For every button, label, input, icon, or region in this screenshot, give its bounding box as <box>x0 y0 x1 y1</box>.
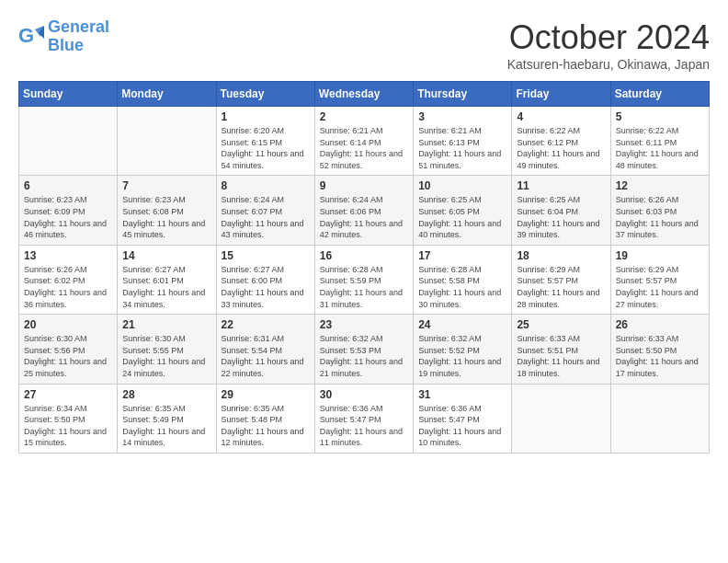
day-info: Sunrise: 6:31 AM Sunset: 5:54 PM Dayligh… <box>222 333 310 379</box>
day-info: Sunrise: 6:30 AM Sunset: 5:55 PM Dayligh… <box>122 333 210 379</box>
calendar-cell: 27Sunrise: 6:34 AM Sunset: 5:50 PM Dayli… <box>19 384 118 453</box>
day-number: 10 <box>418 179 506 192</box>
calendar-cell: 6Sunrise: 6:23 AM Sunset: 6:09 PM Daylig… <box>19 176 118 245</box>
day-info: Sunrise: 6:33 AM Sunset: 5:51 PM Dayligh… <box>517 333 605 379</box>
day-info: Sunrise: 6:29 AM Sunset: 5:57 PM Dayligh… <box>517 264 605 310</box>
day-info: Sunrise: 6:29 AM Sunset: 5:57 PM Dayligh… <box>616 264 704 310</box>
day-number: 29 <box>222 388 310 401</box>
calendar-cell <box>512 384 610 453</box>
location: Katsuren-haebaru, Okinawa, Japan <box>507 57 710 72</box>
day-number: 1 <box>222 110 310 123</box>
day-number: 11 <box>517 179 605 192</box>
day-number: 13 <box>24 249 112 262</box>
day-info: Sunrise: 6:25 AM Sunset: 6:05 PM Dayligh… <box>418 194 506 240</box>
title-block: October 2024 Katsuren-haebaru, Okinawa, … <box>507 18 710 72</box>
day-number: 31 <box>418 388 506 401</box>
calendar-cell: 21Sunrise: 6:30 AM Sunset: 5:55 PM Dayli… <box>118 315 216 384</box>
day-info: Sunrise: 6:28 AM Sunset: 5:58 PM Dayligh… <box>418 264 506 310</box>
day-info: Sunrise: 6:32 AM Sunset: 5:52 PM Dayligh… <box>418 333 506 379</box>
day-number: 12 <box>616 179 704 192</box>
day-info: Sunrise: 6:22 AM Sunset: 6:11 PM Dayligh… <box>616 125 704 171</box>
calendar-cell: 19Sunrise: 6:29 AM Sunset: 5:57 PM Dayli… <box>610 245 709 314</box>
day-number: 19 <box>616 249 704 262</box>
day-number: 15 <box>222 249 310 262</box>
day-number: 21 <box>122 318 210 331</box>
day-info: Sunrise: 6:32 AM Sunset: 5:53 PM Dayligh… <box>320 333 408 379</box>
calendar-cell: 18Sunrise: 6:29 AM Sunset: 5:57 PM Dayli… <box>512 245 610 314</box>
day-number: 20 <box>24 318 112 331</box>
calendar-cell: 22Sunrise: 6:31 AM Sunset: 5:54 PM Dayli… <box>216 315 314 384</box>
day-number: 23 <box>320 318 408 331</box>
calendar-cell <box>118 107 216 176</box>
week-row-5: 27Sunrise: 6:34 AM Sunset: 5:50 PM Dayli… <box>19 384 710 453</box>
calendar-cell: 12Sunrise: 6:26 AM Sunset: 6:03 PM Dayli… <box>610 176 709 245</box>
calendar-cell: 1Sunrise: 6:20 AM Sunset: 6:15 PM Daylig… <box>216 107 314 176</box>
calendar-cell <box>19 107 118 176</box>
day-number: 26 <box>616 318 704 331</box>
column-header-saturday: Saturday <box>610 82 709 107</box>
day-info: Sunrise: 6:21 AM Sunset: 6:14 PM Dayligh… <box>320 125 408 171</box>
calendar-cell: 8Sunrise: 6:24 AM Sunset: 6:07 PM Daylig… <box>216 176 314 245</box>
day-number: 18 <box>517 249 605 262</box>
calendar-cell: 14Sunrise: 6:27 AM Sunset: 6:01 PM Dayli… <box>118 245 216 314</box>
day-number: 28 <box>122 388 210 401</box>
column-header-wednesday: Wednesday <box>314 82 413 107</box>
calendar-cell: 17Sunrise: 6:28 AM Sunset: 5:58 PM Dayli… <box>414 245 512 314</box>
day-number: 6 <box>24 179 112 192</box>
logo: G General Blue <box>18 18 109 55</box>
day-info: Sunrise: 6:23 AM Sunset: 6:09 PM Dayligh… <box>24 194 112 240</box>
day-info: Sunrise: 6:35 AM Sunset: 5:49 PM Dayligh… <box>122 403 210 449</box>
day-info: Sunrise: 6:28 AM Sunset: 5:59 PM Dayligh… <box>320 264 408 310</box>
calendar-cell: 24Sunrise: 6:32 AM Sunset: 5:52 PM Dayli… <box>414 315 512 384</box>
day-number: 7 <box>122 179 210 192</box>
calendar-cell: 16Sunrise: 6:28 AM Sunset: 5:59 PM Dayli… <box>314 245 413 314</box>
calendar-header: SundayMondayTuesdayWednesdayThursdayFrid… <box>19 82 710 107</box>
day-info: Sunrise: 6:27 AM Sunset: 6:01 PM Dayligh… <box>122 264 210 310</box>
day-info: Sunrise: 6:36 AM Sunset: 5:47 PM Dayligh… <box>320 403 408 449</box>
column-header-tuesday: Tuesday <box>216 82 314 107</box>
calendar-cell: 11Sunrise: 6:25 AM Sunset: 6:04 PM Dayli… <box>512 176 610 245</box>
day-number: 30 <box>320 388 408 401</box>
calendar-cell: 28Sunrise: 6:35 AM Sunset: 5:49 PM Dayli… <box>118 384 216 453</box>
calendar-cell: 9Sunrise: 6:24 AM Sunset: 6:06 PM Daylig… <box>314 176 413 245</box>
column-header-monday: Monday <box>118 82 216 107</box>
day-info: Sunrise: 6:36 AM Sunset: 5:47 PM Dayligh… <box>418 403 506 449</box>
calendar-cell: 26Sunrise: 6:33 AM Sunset: 5:50 PM Dayli… <box>610 315 709 384</box>
day-number: 17 <box>418 249 506 262</box>
calendar-cell: 5Sunrise: 6:22 AM Sunset: 6:11 PM Daylig… <box>610 107 709 176</box>
calendar-cell: 25Sunrise: 6:33 AM Sunset: 5:51 PM Dayli… <box>512 315 610 384</box>
logo-text: General Blue <box>48 18 109 55</box>
calendar-cell: 31Sunrise: 6:36 AM Sunset: 5:47 PM Dayli… <box>414 384 512 453</box>
day-number: 3 <box>418 110 506 123</box>
day-number: 24 <box>418 318 506 331</box>
calendar-cell: 29Sunrise: 6:35 AM Sunset: 5:48 PM Dayli… <box>216 384 314 453</box>
calendar-cell: 2Sunrise: 6:21 AM Sunset: 6:14 PM Daylig… <box>314 107 413 176</box>
calendar-cell: 3Sunrise: 6:21 AM Sunset: 6:13 PM Daylig… <box>414 107 512 176</box>
month-title: October 2024 <box>507 18 710 57</box>
day-info: Sunrise: 6:20 AM Sunset: 6:15 PM Dayligh… <box>222 125 310 171</box>
week-row-4: 20Sunrise: 6:30 AM Sunset: 5:56 PM Dayli… <box>19 315 710 384</box>
week-row-3: 13Sunrise: 6:26 AM Sunset: 6:02 PM Dayli… <box>19 245 710 314</box>
day-info: Sunrise: 6:24 AM Sunset: 6:07 PM Dayligh… <box>222 194 310 240</box>
day-number: 5 <box>616 110 704 123</box>
calendar-cell: 30Sunrise: 6:36 AM Sunset: 5:47 PM Dayli… <box>314 384 413 453</box>
calendar-cell: 15Sunrise: 6:27 AM Sunset: 6:00 PM Dayli… <box>216 245 314 314</box>
column-header-sunday: Sunday <box>19 82 118 107</box>
calendar-cell <box>610 384 709 453</box>
day-info: Sunrise: 6:26 AM Sunset: 6:02 PM Dayligh… <box>24 264 112 310</box>
calendar-cell: 7Sunrise: 6:23 AM Sunset: 6:08 PM Daylig… <box>118 176 216 245</box>
day-number: 25 <box>517 318 605 331</box>
calendar-cell: 13Sunrise: 6:26 AM Sunset: 6:02 PM Dayli… <box>19 245 118 314</box>
day-info: Sunrise: 6:21 AM Sunset: 6:13 PM Dayligh… <box>418 125 506 171</box>
page-header: G General Blue October 2024 Katsuren-hae… <box>18 18 710 72</box>
day-number: 27 <box>24 388 112 401</box>
day-info: Sunrise: 6:26 AM Sunset: 6:03 PM Dayligh… <box>616 194 704 240</box>
calendar-cell: 4Sunrise: 6:22 AM Sunset: 6:12 PM Daylig… <box>512 107 610 176</box>
day-info: Sunrise: 6:22 AM Sunset: 6:12 PM Dayligh… <box>517 125 605 171</box>
calendar-table: SundayMondayTuesdayWednesdayThursdayFrid… <box>18 81 710 454</box>
day-number: 4 <box>517 110 605 123</box>
day-info: Sunrise: 6:34 AM Sunset: 5:50 PM Dayligh… <box>24 403 112 449</box>
day-number: 2 <box>320 110 408 123</box>
svg-text:G: G <box>18 24 34 47</box>
column-header-thursday: Thursday <box>414 82 512 107</box>
